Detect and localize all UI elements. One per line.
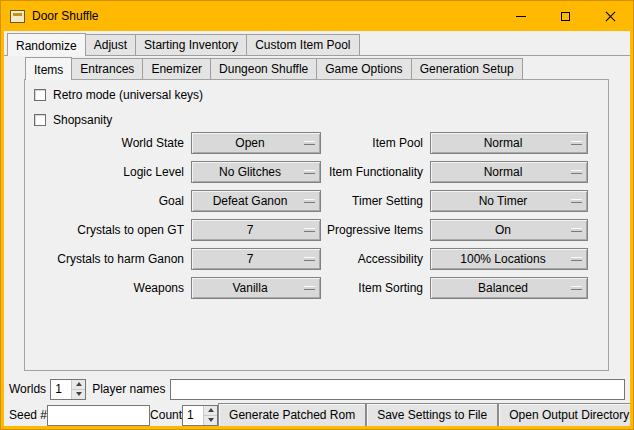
titlebar: Door Shuffle [1,1,633,31]
retro-mode-checkbox-row: Retro mode (universal keys) [34,88,203,102]
dropdown-value: No Timer [477,194,542,208]
crystals-gt-label: Crystals to open GT [25,223,191,237]
count-spinner[interactable]: 1 [182,405,218,426]
item-pool-dropdown[interactable]: Normal [430,132,588,154]
window-title: Door Shuffle [32,9,99,23]
form-column-left: World State Open Logic Level No Glitches… [25,132,321,299]
window-controls [498,1,633,31]
accessibility-label: Accessibility [312,252,430,266]
count-label: Count [150,408,182,422]
dropdown-indicator-icon [571,286,582,290]
logic-level-label: Logic Level [25,165,191,179]
goal-dropdown[interactable]: Defeat Ganon [191,190,321,212]
open-output-directory-button[interactable]: Open Output Directory [498,403,630,426]
dropdown-value: 7 [245,252,268,266]
logic-level-dropdown[interactable]: No Glitches [191,161,321,183]
items-pane: Retro mode (universal keys) Shopsanity W… [24,79,609,371]
form-column-right: Item Pool Normal Item Functionality Norm… [312,132,588,299]
dropdown-value: 100% Locations [458,252,559,266]
tab-dungeon-shuffle[interactable]: Dungeon Shuffle [210,58,317,79]
close-button[interactable] [588,1,633,31]
app-window: Door Shuffle Randomize Adjust Starting I… [0,0,634,430]
worlds-label: Worlds [9,382,46,396]
worlds-value: 1 [51,380,71,399]
world-state-label: World State [25,136,191,150]
shopsanity-checkbox[interactable] [34,114,46,126]
tab-game-options[interactable]: Game Options [316,58,411,79]
weapons-label: Weapons [25,281,191,295]
world-state-dropdown[interactable]: Open [191,132,321,154]
item-sorting-label: Item Sorting [312,281,430,295]
dropdown-value: Open [233,136,278,150]
progressive-items-dropdown[interactable]: On [430,219,588,241]
dropdown-value: No Glitches [217,165,295,179]
shopsanity-checkbox-row: Shopsanity [34,113,112,127]
app-icon [10,10,25,23]
generate-patched-rom-button[interactable]: Generate Patched Rom [218,403,366,426]
dropdown-indicator-icon [571,199,582,203]
retro-mode-label: Retro mode (universal keys) [53,88,203,102]
item-functionality-dropdown[interactable]: Normal [430,161,588,183]
retro-mode-checkbox[interactable] [34,89,46,101]
seed-input[interactable] [47,405,150,426]
dropdown-value: Vanilla [230,281,281,295]
dropdown-value: Normal [482,136,537,150]
dropdown-indicator-icon [571,228,582,232]
spinner-buttons [71,380,85,399]
maximize-icon [561,12,570,21]
dropdown-indicator-icon [571,170,582,174]
worlds-spinner[interactable]: 1 [50,379,86,400]
item-pool-label: Item Pool [312,136,430,150]
tab-randomize[interactable]: Randomize [7,33,86,56]
generate-row: Seed # Count 1 Generate Patched Rom Save… [9,403,625,426]
arrow-up-icon [76,382,82,386]
item-functionality-label: Item Functionality [312,165,430,179]
tab-custom-item-pool[interactable]: Custom Item Pool [246,34,359,55]
dropdown-indicator-icon [571,141,582,145]
item-sorting-dropdown[interactable]: Balanced [430,277,588,299]
tab-items[interactable]: Items [25,57,72,80]
maximize-button[interactable] [543,1,588,31]
arrow-up-icon [208,408,214,412]
spin-down-button[interactable] [204,416,217,425]
inner-tabbar: Items Entrances Enemizer Dungeon Shuffle… [25,58,522,80]
dropdown-value: 7 [245,223,268,237]
save-settings-button[interactable]: Save Settings to File [366,403,498,426]
dropdown-indicator-icon [571,257,582,261]
arrow-down-icon [76,392,82,396]
tab-entrances[interactable]: Entrances [71,58,143,79]
dropdown-value: Normal [482,165,537,179]
tabbar-divider [4,55,630,56]
minimize-icon [516,16,526,17]
spinner-buttons [203,406,217,425]
weapons-dropdown[interactable]: Vanilla [191,277,321,299]
shopsanity-label: Shopsanity [53,113,112,127]
crystals-ganon-dropdown[interactable]: 7 [191,248,321,270]
dropdown-value: Balanced [476,281,542,295]
minimize-button[interactable] [498,1,543,31]
worlds-row: Worlds 1 Player names [9,378,625,400]
tab-generation-setup[interactable]: Generation Setup [411,58,523,79]
player-names-input[interactable] [170,379,626,400]
spin-down-button[interactable] [72,390,85,399]
arrow-down-icon [208,418,214,422]
progressive-items-label: Progressive Items [312,223,430,237]
timer-setting-dropdown[interactable]: No Timer [430,190,588,212]
tab-starting-inventory[interactable]: Starting Inventory [135,34,247,55]
player-names-label: Player names [92,382,165,396]
tab-enemizer[interactable]: Enemizer [142,58,211,79]
seed-label: Seed # [9,408,47,422]
outer-tabbar: Randomize Adjust Starting Inventory Cust… [4,33,630,56]
crystals-gt-dropdown[interactable]: 7 [191,219,321,241]
accessibility-dropdown[interactable]: 100% Locations [430,248,588,270]
count-value: 1 [183,406,203,425]
spin-up-button[interactable] [204,406,217,416]
dropdown-value: Defeat Ganon [211,194,302,208]
close-icon [605,11,616,22]
spin-up-button[interactable] [72,380,85,390]
timer-setting-label: Timer Setting [312,194,430,208]
crystals-ganon-label: Crystals to harm Ganon [25,252,191,266]
client-area: Randomize Adjust Starting Inventory Cust… [4,31,630,426]
goal-label: Goal [25,194,191,208]
tab-adjust[interactable]: Adjust [85,34,136,55]
